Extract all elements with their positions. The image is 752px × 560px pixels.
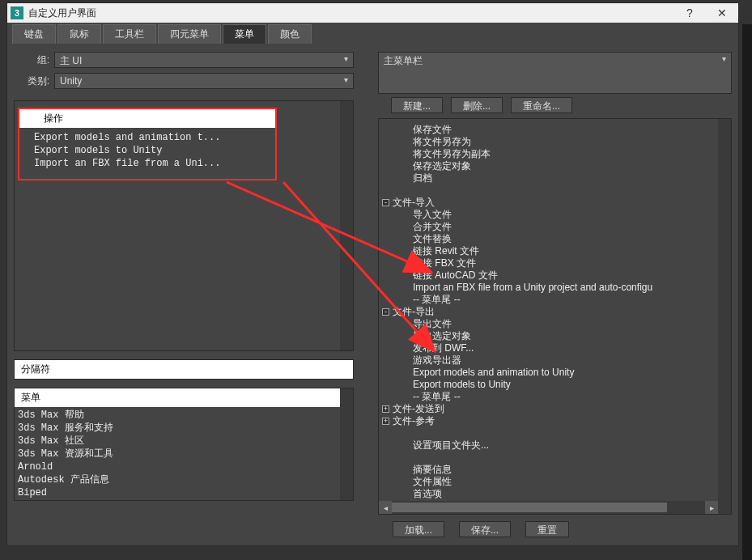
tree-item[interactable]: 发布到 DWF... [401,342,731,354]
scroll-thumb[interactable] [392,503,667,512]
load-button[interactable]: 加载... [393,521,444,537]
tree-group-sendto[interactable]: +文件-发送到 [401,403,731,415]
tree-item[interactable]: 设置项目文件夹... [401,439,731,452]
customize-ui-dialog: 3 自定义用户界面 ? ✕ 键盘 鼠标 工具栏 四元菜单 菜单 颜色 组: 主 … [6,2,739,546]
tab-quadmenu[interactable]: 四元菜单 [158,24,221,44]
expand-icon[interactable]: + [382,418,389,425]
new-button[interactable]: 新建... [391,97,443,113]
reset-button[interactable]: 重置 [525,521,569,537]
actions-highlight-box: 操作 Export models and animation t... Expo… [18,108,277,180]
v-scrollbar[interactable] [718,119,731,514]
tree-group-export[interactable]: -文件-导出 [401,306,731,318]
menu-item[interactable]: 3ds Max 社区 [18,435,353,448]
action-item[interactable]: Import an FBX file from a Uni... [34,157,275,170]
tree-item[interactable]: 将文件另存为 [401,136,731,148]
tree-item[interactable]: Export models to Unity [401,379,731,391]
group-label: 组: [14,53,54,67]
separator-item[interactable]: 分隔符 [14,359,354,380]
tree-item[interactable]: 链接 FBX 文件 [401,257,731,269]
tree-group-import[interactable]: -文件-导入 [401,197,731,209]
tree-tail: -- 菜单尾 -- [401,391,731,403]
actions-listbox[interactable]: 操作 Export models and animation t... Expo… [14,100,354,351]
collapse-icon[interactable]: - [382,308,389,316]
scroll-right-icon[interactable]: ▸ [705,501,718,514]
menu-item[interactable]: 3ds Max 帮助 [18,409,353,422]
tab-menu[interactable]: 菜单 [223,24,266,44]
tree-item[interactable]: 链接 Revit 文件 [401,245,731,257]
right-panel: 主菜单栏 新建... 删除... 重命名... 保存文件 将文件另存为 将文件另… [378,52,732,537]
menu-item[interactable]: CAT 角色 [18,499,353,501]
tree-item[interactable]: 合并文件 [401,221,731,233]
save-button[interactable]: 保存... [459,521,511,537]
menu-item[interactable]: 3ds Max 服务和支持 [18,422,353,435]
actions-header: 操作 [19,109,275,128]
window-title: 自定义用户界面 [28,6,96,20]
tree-item[interactable]: 文件属性 [401,476,731,488]
v-scrollbar[interactable] [340,101,353,350]
tab-color[interactable]: 颜色 [268,24,312,44]
action-item[interactable]: Export models and animation t... [34,131,275,144]
tree-item[interactable]: 导出选定对象 [401,330,731,342]
tree-item[interactable]: 链接 AutoCAD 文件 [401,269,731,282]
tree-group-reference[interactable]: +文件-参考 [401,415,731,427]
menu-tree[interactable]: 保存文件 将文件另存为 将文件另存为副本 保存选定对象 归档 -文件-导入 导入… [378,118,732,515]
expand-icon[interactable]: + [382,405,389,413]
tab-mouse[interactable]: 鼠标 [57,24,101,44]
tree-item[interactable]: 保存选定对象 [401,160,731,172]
category-combo[interactable]: Unity [54,73,354,89]
delete-button[interactable]: 删除... [451,97,503,113]
tree-item[interactable]: 归档 [401,172,731,185]
menu-item[interactable]: Biped [18,486,353,499]
tree-item[interactable]: 导入文件 [401,209,731,221]
tab-bar: 键盘 鼠标 工具栏 四元菜单 菜单 颜色 [7,23,738,44]
titlebar: 3 自定义用户界面 ? ✕ [7,3,738,23]
tree-item[interactable]: 游戏导出器 [401,354,731,367]
main-menu-combo[interactable]: 主菜单栏 [378,52,732,94]
action-item[interactable]: Export models to Unity [34,144,275,157]
category-label: 类别: [14,74,54,88]
close-button[interactable]: ✕ [706,3,738,23]
v-scrollbar[interactable] [340,388,353,500]
tree-item[interactable]: 导出文件 [401,318,731,330]
h-scrollbar[interactable]: ◂ ▸ [379,501,718,514]
scroll-left-icon[interactable]: ◂ [379,501,392,514]
tree-item[interactable]: Export models and animation to Unity [401,367,731,379]
help-button[interactable]: ? [673,3,706,23]
menu-item[interactable]: Autodesk 产品信息 [18,473,353,486]
app-icon: 3 [11,6,23,19]
tab-toolbar[interactable]: 工具栏 [103,24,156,44]
menu-item[interactable]: 3ds Max 资源和工具 [18,448,353,460]
group-combo[interactable]: 主 UI [54,52,354,68]
menu-header: 菜单 [15,388,353,407]
tab-keyboard[interactable]: 键盘 [12,24,56,44]
left-panel: 组: 主 UI 类别: Unity 操作 Export models and a… [14,52,354,537]
tree-item[interactable]: 将文件另存为副本 [401,148,731,160]
menu-listbox[interactable]: 菜单 3ds Max 帮助 3ds Max 服务和支持 3ds Max 社区 3… [14,388,354,501]
tree-item[interactable]: 文件替换 [401,233,731,245]
rename-button[interactable]: 重命名... [511,97,572,113]
collapse-icon[interactable]: - [382,199,389,206]
tree-item[interactable]: 摘要信息 [401,464,731,476]
tree-item[interactable]: 保存文件 [401,124,731,136]
tree-item[interactable]: 首选项 [401,488,731,500]
tree-item[interactable]: Import an FBX file from a Unity project … [401,282,731,294]
background-strip [742,24,752,560]
menu-item[interactable]: Arnold [18,460,353,473]
tree-tail: -- 菜单尾 -- [401,294,731,306]
